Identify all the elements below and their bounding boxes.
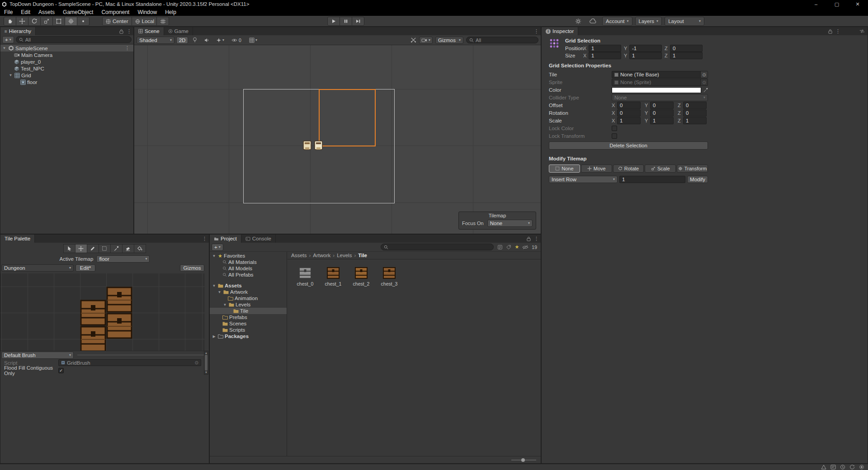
menu-help[interactable]: Help	[161, 9, 180, 15]
menu-gameobject[interactable]: GameObject	[59, 9, 97, 15]
position-x-field[interactable]: 1	[589, 45, 621, 52]
scale-y-field[interactable]: 1	[650, 117, 674, 124]
pivot-toggle-button[interactable]: Center	[102, 17, 132, 26]
create-object-button[interactable]: + ▾	[2, 36, 14, 43]
panel-menu-icon[interactable]: ⋮	[202, 236, 207, 242]
play-button[interactable]	[327, 17, 340, 26]
edit-palette-button[interactable]: Edit*	[75, 264, 95, 272]
cloud-collab-icon[interactable]	[587, 17, 599, 26]
foldout-open-icon[interactable]: ▼	[8, 73, 13, 77]
focus-on-dropdown[interactable]: None ▾	[487, 220, 533, 227]
foldout-open-icon[interactable]: ▼	[222, 303, 227, 307]
move-tool-button[interactable]	[16, 17, 28, 26]
breadcrumb-tile[interactable]: Tile	[358, 253, 367, 258]
hierarchy-search-input[interactable]: All	[16, 36, 132, 43]
tile-palette-canvas[interactable]	[0, 273, 205, 351]
object-picker-icon[interactable]: ⊙	[700, 71, 708, 78]
tab-hierarchy[interactable]: ≡ Hierarchy	[0, 27, 36, 35]
palette-gizmos-button[interactable]: Gizmos	[180, 264, 204, 272]
create-asset-button[interactable]: + ▾	[212, 244, 223, 251]
transform-tool-button[interactable]	[65, 17, 77, 26]
modify-transform-button[interactable]: Transform	[677, 164, 708, 173]
offset-z-field[interactable]: 0	[683, 102, 707, 109]
favorite-all-materials[interactable]: All Materials	[210, 259, 287, 265]
tree-node-scripts[interactable]: Scripts	[210, 327, 287, 333]
brush-dropdown[interactable]: Default Brush ▾	[1, 352, 74, 359]
gizmos-dropdown[interactable]: Gizmos▾	[435, 37, 463, 44]
tab-project[interactable]: Project	[210, 235, 241, 243]
paint-brush-tool-button[interactable]	[87, 244, 99, 253]
lock-icon[interactable]	[527, 236, 531, 241]
position-y-field[interactable]: -1	[629, 45, 662, 52]
menu-assets[interactable]: Assets	[34, 9, 59, 15]
tab-tile-palette[interactable]: Tile Palette	[0, 235, 35, 243]
asset-chest-0[interactable]: chest_0	[291, 266, 319, 287]
slider-thumb[interactable]	[521, 458, 525, 462]
modify-rotate-button[interactable]: Rotate	[613, 164, 644, 173]
foldout-open-icon[interactable]: ▼	[2, 46, 7, 50]
modify-scale-button[interactable]: Scale	[645, 164, 676, 173]
icon-size-slider[interactable]	[511, 460, 536, 461]
brush-size-slider[interactable]	[77, 355, 204, 355]
scene-effects-dropdown[interactable]: ▾	[213, 37, 227, 44]
space-toggle-button[interactable]: Local	[132, 17, 158, 26]
preview-packages-icon[interactable]	[572, 17, 585, 26]
menu-file[interactable]: File	[0, 9, 17, 15]
scroll-up-icon[interactable]: ▲	[205, 352, 208, 354]
hierarchy-item-floor[interactable]: floor	[0, 79, 133, 85]
modify-none-button[interactable]: None	[549, 164, 580, 173]
project-search-input[interactable]	[381, 244, 494, 250]
move-selection-tool-button[interactable]	[75, 244, 87, 253]
scene-visibility-toggle[interactable]: 0	[229, 37, 244, 44]
maximize-button[interactable]: ▢	[826, 0, 847, 8]
modify-apply-button[interactable]: Modify	[687, 176, 708, 183]
minimize-button[interactable]: –	[806, 0, 826, 8]
color-swatch[interactable]	[612, 87, 701, 93]
menu-component[interactable]: Component	[97, 9, 133, 15]
account-dropdown[interactable]: Account▾	[602, 17, 632, 26]
flood-fill-contiguous-checkbox[interactable]: ✓	[58, 368, 64, 373]
favorite-all-prefabs[interactable]: All Prefabs	[210, 272, 287, 278]
scene-lighting-toggle[interactable]	[190, 37, 200, 44]
saved-search-star-icon[interactable]: ★	[514, 244, 519, 250]
step-button[interactable]	[352, 17, 364, 26]
palette-scrollbar[interactable]: ▲ ▼	[204, 351, 208, 375]
scrollbar-thumb[interactable]	[205, 355, 208, 371]
scale-tool-button[interactable]	[40, 17, 53, 26]
services-status-icon[interactable]	[830, 465, 836, 470]
rotation-z-field[interactable]: 0	[683, 109, 707, 117]
select-tool-button[interactable]	[63, 244, 75, 253]
search-by-label-icon[interactable]	[506, 244, 511, 250]
size-y-field[interactable]: 1	[629, 52, 662, 59]
eraser-tool-button[interactable]	[122, 244, 134, 253]
active-tilemap-dropdown[interactable]: floor ▾	[96, 255, 150, 263]
tile-object-field[interactable]: None (Tile Base) ⊙	[612, 71, 708, 78]
hierarchy-item-test-npc[interactable]: Test_NPC	[0, 65, 133, 72]
tree-node-packages[interactable]: ▶ Packages	[210, 333, 287, 339]
offset-y-field[interactable]: 0	[650, 102, 674, 109]
tree-node-animation[interactable]: Animation	[210, 295, 287, 301]
rotation-y-field[interactable]: 0	[650, 109, 674, 117]
delete-selection-button[interactable]: Delete Selection	[549, 141, 708, 150]
item-menu-icon[interactable]: ⋮	[125, 45, 130, 51]
scale-x-field[interactable]: 1	[617, 117, 641, 124]
scene-canvas[interactable]: Tilemap Focus On None ▾	[134, 45, 541, 234]
size-z-field[interactable]: 1	[670, 52, 703, 59]
pause-button[interactable]	[340, 17, 352, 26]
2d-toggle-button[interactable]: 2D	[176, 37, 188, 44]
palette-dropdown[interactable]: Dungeon ▾	[1, 264, 74, 272]
console-status-icon[interactable]	[840, 465, 845, 470]
scroll-down-icon[interactable]: ▼	[205, 371, 208, 374]
scene-search-input[interactable]: All	[466, 37, 538, 43]
tab-inspector[interactable]: i Inspector	[542, 27, 578, 35]
breadcrumb-artwork[interactable]: Artwork	[313, 253, 330, 258]
tab-game[interactable]: Game	[164, 27, 193, 35]
scene-audio-toggle[interactable]	[202, 37, 212, 44]
lock-icon[interactable]	[828, 29, 832, 34]
tab-console[interactable]: Console	[241, 235, 276, 243]
scene-grid-dropdown[interactable]: ▾	[246, 37, 260, 44]
rotation-x-field[interactable]: 0	[617, 109, 641, 117]
modify-move-button[interactable]: Move	[581, 164, 612, 173]
tab-scene[interactable]: Scene	[134, 27, 164, 35]
close-button[interactable]: ✕	[847, 0, 868, 8]
